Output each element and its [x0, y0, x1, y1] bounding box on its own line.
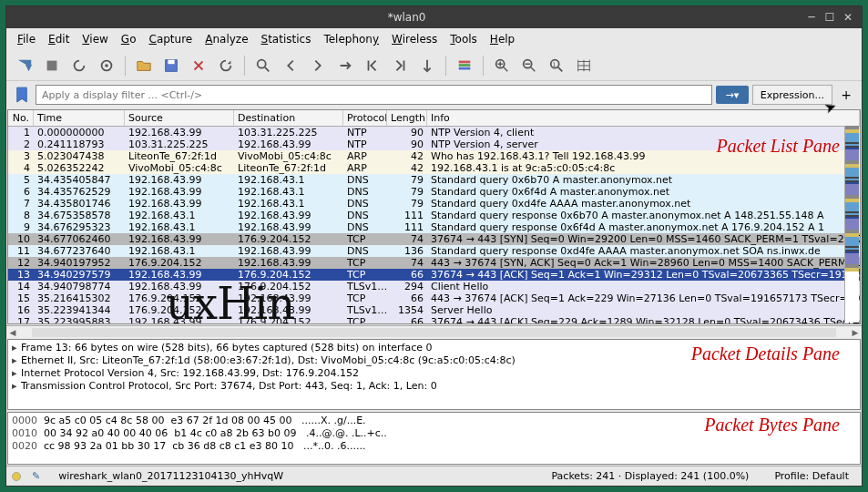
- statusbar: ✎ wireshark_wlan0_20171123104130_yhHvqW …: [6, 466, 862, 486]
- display-filter-input[interactable]: [36, 85, 712, 105]
- go-to-packet-icon[interactable]: [332, 53, 358, 78]
- menu-edit[interactable]: Edit: [43, 31, 75, 47]
- add-filter-button[interactable]: +: [836, 85, 856, 105]
- svg-point-2: [105, 64, 108, 67]
- packet-row[interactable]: 1134.677237640192.168.43.1192.168.43.99D…: [8, 245, 860, 257]
- zoom-out-icon[interactable]: [516, 53, 542, 78]
- packet-details-pane[interactable]: Packet Details Pane ▸Frame 13: 66 bytes …: [7, 339, 861, 410]
- zoom-in-icon[interactable]: [489, 53, 515, 78]
- packet-row[interactable]: 934.676295323192.168.43.1192.168.43.99DN…: [8, 221, 860, 233]
- packet-row[interactable]: 10.000000000192.168.43.99103.31.225.225N…: [8, 127, 860, 138]
- menu-file[interactable]: File: [12, 31, 41, 47]
- col-length[interactable]: Length: [387, 110, 427, 126]
- menu-statistics[interactable]: Statistics: [256, 31, 317, 47]
- packet-row[interactable]: 834.675358578192.168.43.1192.168.43.99DN…: [8, 210, 860, 221]
- col-info[interactable]: Info: [427, 110, 860, 126]
- packet-row[interactable]: 1334.940297579192.168.43.99176.9.204.152…: [8, 269, 860, 281]
- packet-row[interactable]: 20.241118793103.31.225.225192.168.43.99N…: [8, 138, 860, 150]
- svg-rect-7: [459, 64, 471, 67]
- start-capture-icon[interactable]: [12, 53, 37, 78]
- packet-row[interactable]: 45.026352242VivoMobi_05:c4:8cLiteonTe_67…: [8, 162, 860, 174]
- packet-row[interactable]: 1535.216415302176.9.204.152192.168.43.99…: [8, 292, 860, 304]
- menu-tools[interactable]: Tools: [444, 31, 483, 47]
- col-protocol[interactable]: Protocol: [343, 110, 387, 126]
- menu-go[interactable]: Go: [116, 31, 142, 47]
- packet-map[interactable]: [844, 126, 859, 323]
- svg-text:1: 1: [553, 60, 557, 67]
- stop-capture-icon[interactable]: [39, 53, 65, 78]
- packet-row[interactable]: 634.435762529192.168.43.99192.168.43.1DN…: [8, 186, 860, 198]
- menu-help[interactable]: Help: [485, 31, 520, 47]
- bookmark-icon[interactable]: [12, 85, 32, 105]
- maximize-button[interactable]: ☐: [822, 11, 838, 24]
- open-file-icon[interactable]: [131, 53, 157, 78]
- packet-row[interactable]: 35.023047438LiteonTe_67:2f:1dVivoMobi_05…: [8, 150, 860, 162]
- capture-options-icon[interactable]: [94, 53, 119, 78]
- minimize-button[interactable]: ─: [803, 11, 820, 24]
- bytes-line[interactable]: 0010 00 34 92 a0 40 00 40 06 b1 4c c0 a8…: [12, 427, 856, 440]
- svg-rect-6: [459, 60, 471, 63]
- close-file-icon[interactable]: [186, 53, 211, 78]
- packet-row[interactable]: 1735.223995883192.168.43.99176.9.204.152…: [8, 316, 860, 324]
- detail-line[interactable]: ▸Ethernet II, Src: LiteonTe_67:2f:1d (58…: [12, 354, 856, 367]
- svg-point-5: [258, 59, 266, 67]
- menu-analyze[interactable]: Analyze: [199, 31, 253, 47]
- save-file-icon[interactable]: [158, 53, 184, 78]
- window-title: *wlan0: [12, 11, 802, 24]
- apply-filter-button[interactable]: → ▾: [716, 86, 749, 104]
- bytes-line[interactable]: 0000 9c a5 c0 05 c4 8c 58 00 e3 67 2f 1d…: [12, 415, 856, 427]
- status-profile[interactable]: Profile: Default: [767, 470, 856, 482]
- go-first-icon[interactable]: [360, 53, 385, 78]
- col-source[interactable]: Source: [125, 110, 234, 126]
- detail-line[interactable]: ▸Transmission Control Protocol, Src Port…: [12, 380, 856, 393]
- packet-list-header: No. Time Source Destination Protocol Len…: [8, 110, 860, 127]
- col-time[interactable]: Time: [34, 110, 125, 126]
- expression-button[interactable]: Expression...: [752, 85, 832, 105]
- packet-row[interactable]: 1034.677062460192.168.43.99176.9.204.152…: [8, 233, 860, 245]
- detail-line[interactable]: ▸Internet Protocol Version 4, Src: 192.1…: [12, 367, 856, 380]
- reload-icon[interactable]: [213, 53, 239, 78]
- filter-bar: → ▾ Expression... +: [6, 81, 862, 108]
- packet-row[interactable]: 534.435405847192.168.43.99192.168.43.1DN…: [8, 174, 860, 186]
- titlebar: *wlan0 ─ ☐ ✕: [6, 6, 862, 28]
- toolbar: 1: [6, 50, 862, 81]
- packet-row[interactable]: 1234.940197952176.9.204.152192.168.43.99…: [8, 257, 860, 269]
- bytes-line[interactable]: 0020 cc 98 93 2a 01 bb 30 17 cb 36 d8 c8…: [12, 440, 856, 453]
- status-packets: Packets: 241 · Displayed: 241 (100.0%): [544, 470, 756, 482]
- find-icon[interactable]: [250, 53, 276, 78]
- colorize-icon[interactable]: [452, 53, 477, 78]
- close-button[interactable]: ✕: [840, 11, 856, 24]
- go-back-icon[interactable]: [278, 53, 303, 78]
- zoom-reset-icon[interactable]: 1: [544, 53, 569, 78]
- svg-rect-4: [168, 59, 174, 64]
- packet-row[interactable]: 1635.223941344176.9.204.152192.168.43.99…: [8, 304, 860, 316]
- col-no[interactable]: No.: [8, 110, 34, 126]
- resize-columns-icon[interactable]: [571, 53, 597, 78]
- go-last-icon[interactable]: [387, 53, 413, 78]
- menu-view[interactable]: View: [77, 31, 113, 47]
- edit-capture-icon[interactable]: ✎: [32, 470, 40, 482]
- menu-capture[interactable]: Capture: [143, 31, 198, 47]
- go-forward-icon[interactable]: [305, 53, 331, 78]
- status-file: wireshark_wlan0_20171123104130_yhHvqW: [51, 470, 533, 482]
- packet-row[interactable]: 1434.940798774192.168.43.99176.9.204.152…: [8, 281, 860, 292]
- menubar: File Edit View Go Capture Analyze Statis…: [6, 28, 862, 50]
- restart-capture-icon[interactable]: [66, 53, 92, 78]
- auto-scroll-icon[interactable]: [414, 53, 440, 78]
- packet-list-pane[interactable]: Packet List Pane No. Time Source Destina…: [7, 109, 861, 324]
- packet-bytes-pane[interactable]: Packet Bytes Pane 0000 9c a5 c0 05 c4 8c…: [7, 412, 861, 465]
- svg-rect-8: [459, 67, 471, 69]
- packet-row[interactable]: 734.435801746192.168.43.99192.168.43.1DN…: [8, 198, 860, 210]
- menu-telephony[interactable]: Telephony: [318, 31, 384, 47]
- packet-list-hscroll[interactable]: ◀▶: [6, 325, 862, 338]
- col-destination[interactable]: Destination: [234, 110, 343, 126]
- svg-rect-0: [47, 60, 57, 70]
- menu-wireless[interactable]: Wireless: [386, 31, 443, 47]
- detail-line[interactable]: ▸Frame 13: 66 bytes on wire (528 bits), …: [12, 342, 856, 354]
- expert-info-icon[interactable]: [12, 472, 21, 481]
